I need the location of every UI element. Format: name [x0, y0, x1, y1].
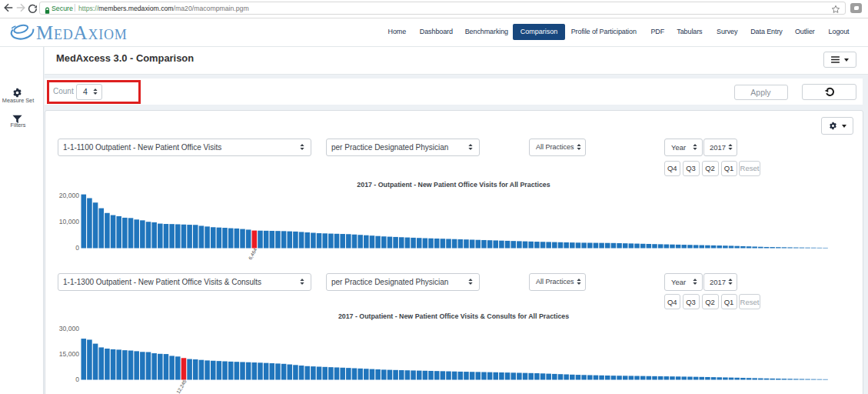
svg-text:20,000: 20,000 — [59, 192, 80, 199]
svg-text:30,000: 30,000 — [59, 325, 80, 332]
svg-text:0: 0 — [75, 376, 79, 383]
svg-text:15,000: 15,000 — [59, 350, 80, 358]
svg-text:0: 0 — [75, 244, 79, 252]
svg-text:10,000: 10,000 — [59, 218, 80, 225]
svg-text:6,464: 6,464 — [248, 247, 258, 261]
svg-text:12,245: 12,245 — [175, 379, 188, 394]
